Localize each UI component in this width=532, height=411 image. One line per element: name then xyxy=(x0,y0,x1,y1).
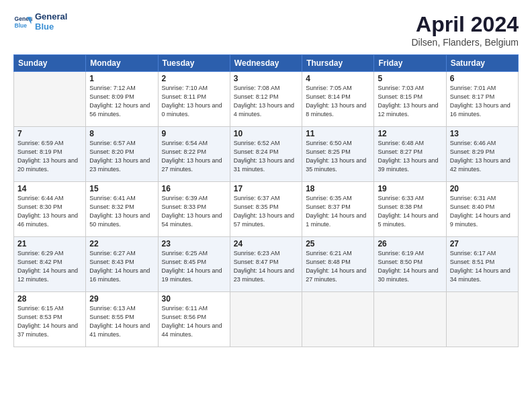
calendar-cell-4-2: 22Sunrise: 6:27 AMSunset: 8:43 PMDayligh… xyxy=(86,237,158,292)
weekday-header-wednesday: Wednesday xyxy=(230,55,302,72)
calendar-week-4: 21Sunrise: 6:29 AMSunset: 8:42 PMDayligh… xyxy=(14,237,519,292)
day-number: 15 xyxy=(89,184,154,193)
calendar-cell-5-1: 28Sunrise: 6:15 AMSunset: 8:53 PMDayligh… xyxy=(14,292,86,347)
calendar-cell-4-5: 25Sunrise: 6:21 AMSunset: 8:48 PMDayligh… xyxy=(302,237,374,292)
day-number: 12 xyxy=(378,129,442,138)
calendar-cell-1-3: 2Sunrise: 7:10 AMSunset: 8:11 PMDaylight… xyxy=(158,72,230,127)
day-info: Sunrise: 6:15 AMSunset: 8:53 PMDaylight:… xyxy=(17,304,82,339)
day-info: Sunrise: 7:01 AMSunset: 8:17 PMDaylight:… xyxy=(450,84,515,119)
day-number: 20 xyxy=(450,184,515,193)
day-info: Sunrise: 6:13 AMSunset: 8:55 PMDaylight:… xyxy=(89,304,154,339)
calendar-cell-2-5: 11Sunrise: 6:50 AMSunset: 8:25 PMDayligh… xyxy=(302,127,374,182)
day-number: 6 xyxy=(450,74,515,83)
calendar-week-2: 7Sunrise: 6:59 AMSunset: 8:19 PMDaylight… xyxy=(14,127,519,182)
calendar-cell-3-5: 18Sunrise: 6:35 AMSunset: 8:37 PMDayligh… xyxy=(302,182,374,237)
weekday-header-monday: Monday xyxy=(86,55,158,72)
day-number: 4 xyxy=(306,74,370,83)
day-number: 22 xyxy=(89,239,154,248)
weekday-header-sunday: Sunday xyxy=(14,55,86,72)
day-info: Sunrise: 6:59 AMSunset: 8:19 PMDaylight:… xyxy=(17,139,82,174)
calendar-cell-4-3: 23Sunrise: 6:25 AMSunset: 8:45 PMDayligh… xyxy=(158,237,230,292)
day-number: 9 xyxy=(162,129,226,138)
calendar-cell-3-1: 14Sunrise: 6:44 AMSunset: 8:30 PMDayligh… xyxy=(14,182,86,237)
weekday-header-tuesday: Tuesday xyxy=(158,55,230,72)
calendar-cell-3-6: 19Sunrise: 6:33 AMSunset: 8:38 PMDayligh… xyxy=(374,182,446,237)
calendar-cell-5-7 xyxy=(446,292,518,347)
logo: General Blue GeneralBlue xyxy=(13,12,67,32)
day-number: 17 xyxy=(234,184,298,193)
day-info: Sunrise: 6:46 AMSunset: 8:29 PMDaylight:… xyxy=(450,139,515,174)
day-number: 14 xyxy=(17,184,82,193)
day-number: 2 xyxy=(162,74,226,83)
calendar-cell-2-4: 10Sunrise: 6:52 AMSunset: 8:24 PMDayligh… xyxy=(230,127,302,182)
day-info: Sunrise: 7:05 AMSunset: 8:14 PMDaylight:… xyxy=(306,84,370,119)
calendar-cell-3-3: 16Sunrise: 6:39 AMSunset: 8:33 PMDayligh… xyxy=(158,182,230,237)
title-block: April 2024 Dilsen, Flanders, Belgium xyxy=(411,12,519,48)
page: General Blue GeneralBlue April 2024 Dils… xyxy=(0,0,532,411)
day-info: Sunrise: 6:39 AMSunset: 8:33 PMDaylight:… xyxy=(162,194,226,229)
day-info: Sunrise: 6:52 AMSunset: 8:24 PMDaylight:… xyxy=(234,139,298,174)
day-number: 13 xyxy=(450,129,515,138)
day-info: Sunrise: 6:54 AMSunset: 8:22 PMDaylight:… xyxy=(162,139,226,174)
location: Dilsen, Flanders, Belgium xyxy=(411,37,519,48)
day-number: 27 xyxy=(450,239,515,248)
day-info: Sunrise: 7:03 AMSunset: 8:15 PMDaylight:… xyxy=(378,84,442,119)
calendar-cell-4-7: 27Sunrise: 6:17 AMSunset: 8:51 PMDayligh… xyxy=(446,237,518,292)
day-number: 23 xyxy=(162,239,226,248)
calendar-cell-5-6 xyxy=(374,292,446,347)
day-info: Sunrise: 6:44 AMSunset: 8:30 PMDaylight:… xyxy=(17,194,82,229)
day-info: Sunrise: 6:50 AMSunset: 8:25 PMDaylight:… xyxy=(306,139,370,174)
day-info: Sunrise: 6:48 AMSunset: 8:27 PMDaylight:… xyxy=(378,139,442,174)
day-info: Sunrise: 6:19 AMSunset: 8:50 PMDaylight:… xyxy=(378,249,442,284)
day-info: Sunrise: 6:25 AMSunset: 8:45 PMDaylight:… xyxy=(162,249,226,284)
weekday-header-row: SundayMondayTuesdayWednesdayThursdayFrid… xyxy=(14,55,519,72)
calendar-cell-5-2: 29Sunrise: 6:13 AMSunset: 8:55 PMDayligh… xyxy=(86,292,158,347)
day-number: 10 xyxy=(234,129,298,138)
calendar-cell-2-2: 8Sunrise: 6:57 AMSunset: 8:20 PMDaylight… xyxy=(86,127,158,182)
day-info: Sunrise: 6:35 AMSunset: 8:37 PMDaylight:… xyxy=(306,194,370,229)
calendar-cell-3-2: 15Sunrise: 6:41 AMSunset: 8:32 PMDayligh… xyxy=(86,182,158,237)
day-info: Sunrise: 6:37 AMSunset: 8:35 PMDaylight:… xyxy=(234,194,298,229)
day-number: 28 xyxy=(17,294,82,304)
calendar-cell-4-6: 26Sunrise: 6:19 AMSunset: 8:50 PMDayligh… xyxy=(374,237,446,292)
calendar-cell-5-5 xyxy=(302,292,374,347)
calendar-week-1: 1Sunrise: 7:12 AMSunset: 8:09 PMDaylight… xyxy=(14,72,519,127)
day-info: Sunrise: 6:31 AMSunset: 8:40 PMDaylight:… xyxy=(450,194,515,229)
calendar-cell-1-5: 4Sunrise: 7:05 AMSunset: 8:14 PMDaylight… xyxy=(302,72,374,127)
calendar-table: SundayMondayTuesdayWednesdayThursdayFrid… xyxy=(13,54,519,347)
day-info: Sunrise: 6:17 AMSunset: 8:51 PMDaylight:… xyxy=(450,249,515,284)
day-number: 30 xyxy=(162,294,226,304)
day-number: 24 xyxy=(234,239,298,248)
weekday-header-thursday: Thursday xyxy=(302,55,374,72)
calendar-cell-2-1: 7Sunrise: 6:59 AMSunset: 8:19 PMDaylight… xyxy=(14,127,86,182)
calendar-cell-1-6: 5Sunrise: 7:03 AMSunset: 8:15 PMDaylight… xyxy=(374,72,446,127)
day-info: Sunrise: 6:57 AMSunset: 8:20 PMDaylight:… xyxy=(89,139,154,174)
weekday-header-friday: Friday xyxy=(374,55,446,72)
calendar-cell-3-7: 20Sunrise: 6:31 AMSunset: 8:40 PMDayligh… xyxy=(446,182,518,237)
day-number: 8 xyxy=(89,129,154,138)
day-number: 18 xyxy=(306,184,370,193)
day-number: 25 xyxy=(306,239,370,248)
calendar-cell-1-2: 1Sunrise: 7:12 AMSunset: 8:09 PMDaylight… xyxy=(86,72,158,127)
day-number: 26 xyxy=(378,239,442,248)
day-number: 7 xyxy=(17,129,82,138)
day-number: 21 xyxy=(17,239,82,248)
calendar-week-3: 14Sunrise: 6:44 AMSunset: 8:30 PMDayligh… xyxy=(14,182,519,237)
day-info: Sunrise: 6:21 AMSunset: 8:48 PMDaylight:… xyxy=(306,249,370,284)
day-number: 1 xyxy=(89,74,154,83)
calendar-week-5: 28Sunrise: 6:15 AMSunset: 8:53 PMDayligh… xyxy=(14,292,519,347)
day-number: 29 xyxy=(89,294,154,304)
calendar-cell-3-4: 17Sunrise: 6:37 AMSunset: 8:35 PMDayligh… xyxy=(230,182,302,237)
calendar-cell-2-7: 13Sunrise: 6:46 AMSunset: 8:29 PMDayligh… xyxy=(446,127,518,182)
calendar-cell-5-4 xyxy=(230,292,302,347)
header: General Blue GeneralBlue April 2024 Dils… xyxy=(13,12,519,48)
day-number: 16 xyxy=(162,184,226,193)
day-info: Sunrise: 6:27 AMSunset: 8:43 PMDaylight:… xyxy=(89,249,154,284)
weekday-header-saturday: Saturday xyxy=(446,55,518,72)
calendar-cell-2-6: 12Sunrise: 6:48 AMSunset: 8:27 PMDayligh… xyxy=(374,127,446,182)
month-title: April 2024 xyxy=(411,12,519,37)
logo-text: GeneralBlue xyxy=(35,12,67,32)
calendar-cell-1-4: 3Sunrise: 7:08 AMSunset: 8:12 PMDaylight… xyxy=(230,72,302,127)
day-number: 19 xyxy=(378,184,442,193)
calendar-cell-5-3: 30Sunrise: 6:11 AMSunset: 8:56 PMDayligh… xyxy=(158,292,230,347)
